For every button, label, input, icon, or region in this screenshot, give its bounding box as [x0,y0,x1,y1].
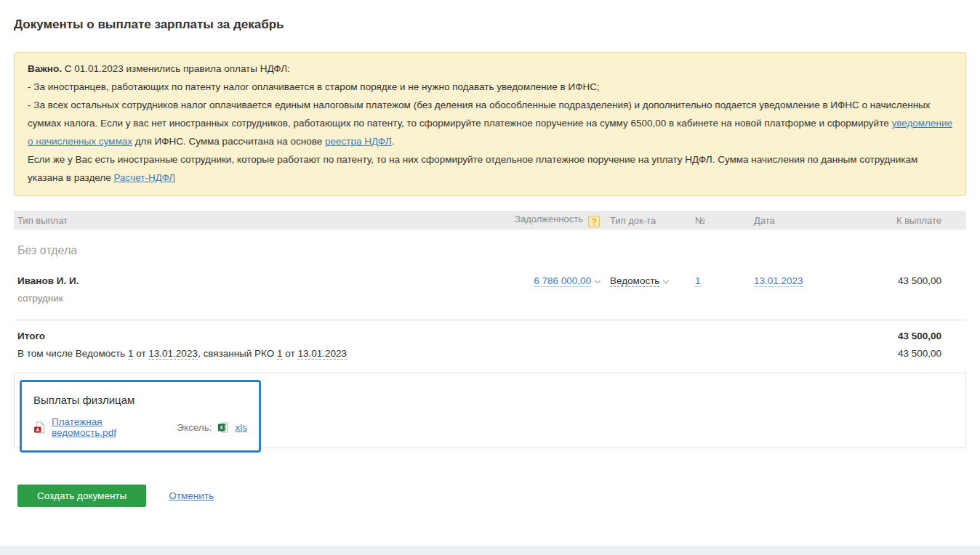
notice-paragraph: - За иностранцев, работающих по патенту … [28,78,952,96]
total-label: Итого [17,331,863,341]
inline-bold: Важно. [28,63,62,74]
doc-number-cell: 1 [695,275,754,286]
page-title: Документы о выплате зарплаты за декабрь [14,17,966,32]
pdf-icon: A [33,421,46,434]
group-label: Без отдела [14,244,966,257]
excel-label: Эксель: [177,422,212,433]
chevron-down-icon [595,278,601,283]
total-row: Итого 43 500,00 [14,331,966,341]
notice-paragraph: Важно. С 01.01.2023 изменились правила о… [28,60,952,78]
column-header-debt-label: Задолженность [515,214,583,224]
svg-text:X: X [220,425,223,430]
svg-text:A: A [36,426,39,432]
payments-box-title: Выплаты физлицам [33,394,247,406]
table-header: Тип выплат Задолженность? Тип док-та № Д… [14,211,966,230]
pdf-download-link[interactable]: Платежная ведомость.pdf [52,416,158,438]
column-header-amount: К выплате [863,215,941,226]
employee-cell: Иванов И. И. сотрудник [17,275,476,304]
footer-bar [0,546,980,555]
important-notice: Важно. С 01.01.2023 изменились правила о… [14,52,966,196]
doc-number-link[interactable]: 1 [695,275,701,287]
total-detail-amount: 43 500,00 [863,348,941,359]
notice-paragraph: - За всех остальных сотрудников налог оп… [28,96,952,150]
excel-icon: X [217,421,230,434]
column-header-date: Дата [754,215,863,226]
cancel-link[interactable]: Отменить [169,490,214,501]
employee-role: сотрудник [17,293,476,304]
amount-cell: 43 500,00 [863,275,941,286]
column-header-payment-type: Тип выплат [17,215,476,226]
total-amount: 43 500,00 [863,331,941,341]
column-header-number: № [695,215,754,226]
column-header-debt: Задолженность? [476,214,600,227]
employee-name: Иванов И. И. [17,275,476,286]
inline-doc-link[interactable]: 1 [277,348,283,360]
main-content: Документы о выплате зарплаты за декабрь … [0,17,980,507]
inline-doc-link[interactable]: 13.01.2023 [148,348,198,360]
inline-link[interactable]: реестра НДФЛ [325,136,392,147]
doc-type-cell: Ведомость [610,275,695,286]
total-detail-text: В том числе Ведомость 1 от 13.01.2023, с… [17,348,863,359]
table-row: Иванов И. И. сотрудник 6 786 000,00 Ведо… [14,275,966,304]
notice-paragraph: Если же у Вас есть иностранные сотрудник… [28,150,952,187]
column-header-doc-type: Тип док-та [610,215,695,226]
inline-doc-link[interactable]: 13.01.2023 [297,348,347,360]
divider [14,320,966,320]
total-detail-row: В том числе Ведомость 1 от 13.01.2023, с… [14,348,966,359]
actions-bar: Создать документы Отменить [14,485,966,507]
debt-dropdown[interactable]: 6 786 000,00 [534,275,591,287]
create-documents-button[interactable]: Создать документы [17,485,146,507]
doc-date-cell: 13.01.2023 [754,275,863,286]
xls-download-link[interactable]: xls [236,422,248,433]
documents-panel: Выплаты физлицам A Платежная ведомость.p… [14,373,966,448]
debt-cell: 6 786 000,00 [476,275,600,286]
chevron-down-icon [663,278,669,283]
payments-to-individuals-box: Выплаты физлицам A Платежная ведомость.p… [20,380,261,453]
inline-link[interactable]: Расчет-НДФЛ [113,172,175,183]
file-row: A Платежная ведомость.pdf Эксель: X xls [33,416,247,438]
doc-date-link[interactable]: 13.01.2023 [754,275,803,287]
help-icon[interactable]: ? [588,216,600,227]
doc-type-dropdown[interactable]: Ведомость [610,275,659,287]
